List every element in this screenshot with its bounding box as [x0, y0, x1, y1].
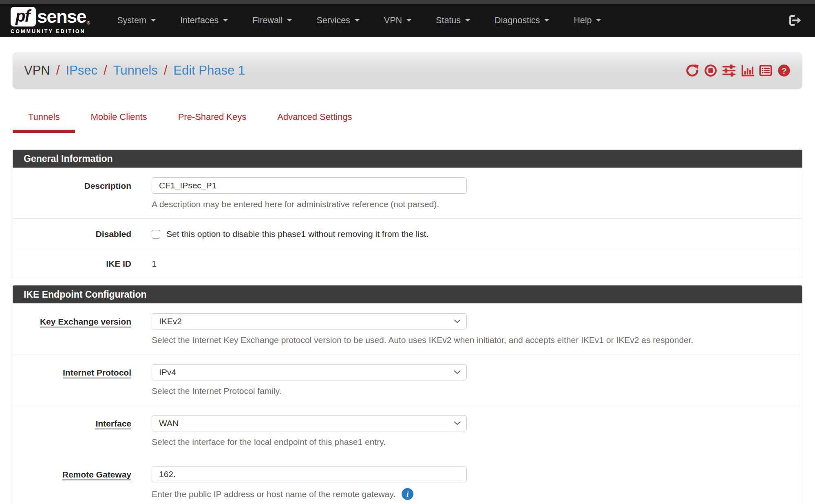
key-exchange-help: Select the Internet Key Exchange protoco… [152, 335, 802, 345]
interface-help: Select the interface for the local endpo… [152, 437, 802, 447]
nav-menu: System Interfaces Firewall Services VPN … [105, 4, 613, 37]
sign-out-icon[interactable] [787, 13, 802, 28]
remote-gateway-help: Enter the public IP address or host name… [152, 489, 395, 499]
description-help: A description may be entered here for ad… [152, 199, 802, 209]
nav-item-interfaces[interactable]: Interfaces [168, 4, 240, 37]
caret-down-icon [544, 19, 549, 22]
breadcrumb-vpn: VPN [24, 63, 50, 78]
breadcrumb-separator: / [104, 63, 107, 78]
refresh-icon[interactable] [685, 64, 699, 77]
chevron-down-icon [454, 319, 461, 323]
description-label: Description [13, 177, 152, 209]
disabled-checkbox-text: Set this option to disable this phase1 w… [166, 229, 428, 239]
nav-item-label: VPN [384, 15, 402, 26]
internet-protocol-value: IPv4 [159, 367, 176, 377]
page-action-icons: ? [685, 64, 791, 77]
sense-logo-text: sense [37, 7, 86, 27]
disabled-checkbox[interactable] [152, 230, 160, 239]
help-icon[interactable]: ? [777, 64, 791, 77]
general-information-panel: General Information Description A descri… [13, 150, 802, 278]
bar-chart-icon[interactable] [740, 64, 754, 77]
main-navbar: pf sense ® COMMUNITY EDITION System Inte… [0, 4, 815, 37]
nav-item-label: Diagnostics [495, 15, 540, 26]
nav-item-label: Status [436, 15, 461, 26]
nav-item-status[interactable]: Status [424, 4, 482, 37]
description-input[interactable] [152, 177, 467, 194]
key-exchange-label: Key Exchange version [13, 313, 152, 345]
interface-value: WAN [159, 418, 179, 428]
nav-item-label: Interfaces [180, 15, 219, 26]
nav-item-system[interactable]: System [105, 4, 168, 37]
community-edition-label: COMMUNITY EDITION [11, 29, 90, 34]
list-icon[interactable] [759, 64, 773, 77]
info-icon[interactable]: i [402, 488, 413, 500]
caret-down-icon [223, 19, 228, 22]
key-exchange-row: Key Exchange version IKEv2 Select the In… [13, 303, 802, 354]
panel-title: General Information [13, 150, 802, 168]
tab-bar: Tunnels Mobile Clients Pre-Shared Keys A… [13, 109, 802, 133]
disabled-row: Disabled Set this option to disable this… [13, 219, 802, 248]
disabled-label: Disabled [13, 228, 152, 239]
pf-logo-text: pf [15, 7, 29, 25]
key-exchange-value: IKEv2 [159, 316, 182, 326]
svg-text:?: ? [782, 66, 787, 75]
sliders-icon[interactable] [722, 64, 736, 77]
tab-advanced-settings[interactable]: Advanced Settings [262, 109, 367, 133]
breadcrumb-separator: / [56, 63, 60, 78]
nav-item-services[interactable]: Services [304, 4, 371, 37]
internet-protocol-select[interactable]: IPv4 [152, 364, 467, 380]
internet-protocol-help: Select the Internet Protocol family. [152, 386, 802, 396]
remote-gateway-row: Remote Gateway Enter the public IP addre… [13, 456, 802, 504]
caret-down-icon [465, 19, 470, 22]
pf-logo-box: pf [11, 7, 36, 27]
stop-circle-icon[interactable] [704, 64, 718, 77]
breadcrumb-separator: / [164, 63, 168, 78]
interface-select[interactable]: WAN [152, 415, 467, 431]
ike-id-value: 1 [152, 258, 802, 269]
breadcrumb-link-edit-phase1[interactable]: Edit Phase 1 [173, 63, 245, 78]
chevron-down-icon [454, 370, 461, 374]
breadcrumb-bar: VPN / IPsec / Tunnels / Edit Phase 1 [13, 52, 802, 89]
registered-mark: ® [87, 20, 90, 25]
nav-item-vpn[interactable]: VPN [372, 4, 424, 37]
breadcrumb: VPN / IPsec / Tunnels / Edit Phase 1 [24, 63, 251, 78]
breadcrumb-link-tunnels[interactable]: Tunnels [113, 63, 158, 78]
caret-down-icon [355, 19, 360, 22]
nav-item-label: Services [316, 15, 350, 26]
interface-row: Interface WAN Select the interface for t… [13, 405, 802, 456]
tab-tunnels[interactable]: Tunnels [13, 109, 75, 133]
chevron-down-icon [454, 421, 461, 425]
ike-id-row: IKE ID 1 [13, 248, 802, 278]
tab-mobile-clients[interactable]: Mobile Clients [75, 109, 162, 133]
ike-id-label: IKE ID [13, 258, 152, 269]
caret-down-icon [287, 19, 292, 22]
panel-title: IKE Endpoint Configuration [13, 285, 802, 303]
caret-down-icon [596, 19, 601, 22]
internet-protocol-row: Internet Protocol IPv4 Select the Intern… [13, 354, 802, 405]
nav-item-diagnostics[interactable]: Diagnostics [482, 4, 561, 37]
caret-down-icon [406, 19, 411, 22]
top-strip [0, 0, 815, 4]
nav-item-help[interactable]: Help [561, 4, 613, 37]
pfsense-logo[interactable]: pf sense ® COMMUNITY EDITION [11, 7, 90, 34]
breadcrumb-link-ipsec[interactable]: IPsec [66, 63, 97, 78]
nav-item-label: Firewall [252, 15, 283, 26]
nav-item-firewall[interactable]: Firewall [240, 4, 304, 37]
tab-pre-shared-keys[interactable]: Pre-Shared Keys [163, 109, 262, 133]
internet-protocol-label: Internet Protocol [13, 364, 152, 396]
nav-item-label: System [117, 15, 146, 26]
nav-item-label: Help [574, 15, 592, 26]
description-row: Description A description may be entered… [13, 168, 802, 219]
caret-down-icon [151, 19, 156, 22]
key-exchange-select[interactable]: IKEv2 [152, 313, 467, 329]
remote-gateway-input[interactable] [152, 466, 467, 482]
ike-endpoint-panel: IKE Endpoint Configuration Key Exchange … [13, 285, 802, 504]
remote-gateway-label: Remote Gateway [13, 466, 152, 500]
interface-label: Interface [13, 415, 152, 447]
